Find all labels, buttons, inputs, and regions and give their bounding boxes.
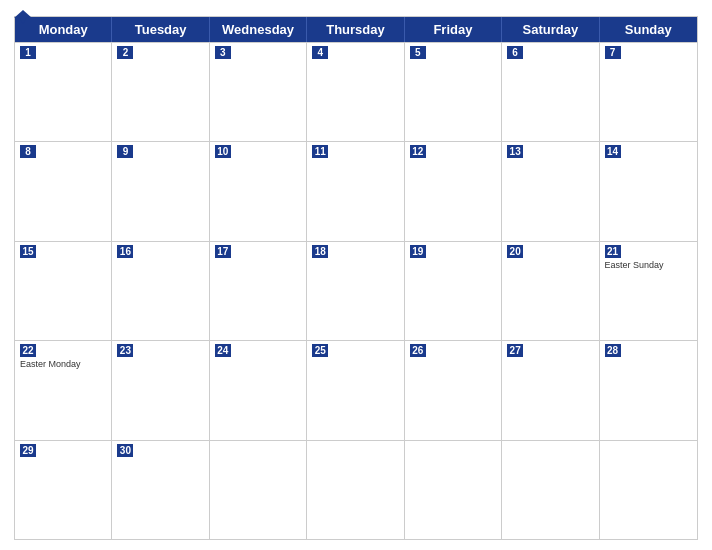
day-number: 13 bbox=[507, 145, 523, 158]
day-cell: 24 bbox=[210, 341, 307, 439]
day-cell: 16 bbox=[112, 242, 209, 340]
day-number: 11 bbox=[312, 145, 328, 158]
day-cell: 29 bbox=[15, 441, 112, 539]
day-header-thursday: Thursday bbox=[307, 17, 404, 42]
day-number: 14 bbox=[605, 145, 621, 158]
day-number: 29 bbox=[20, 444, 36, 457]
day-cell: 28 bbox=[600, 341, 697, 439]
week-row-2: 891011121314 bbox=[15, 141, 697, 240]
day-number: 27 bbox=[507, 344, 523, 357]
day-header-sunday: Sunday bbox=[600, 17, 697, 42]
day-cell: 20 bbox=[502, 242, 599, 340]
day-headers-row: MondayTuesdayWednesdayThursdayFridaySatu… bbox=[15, 17, 697, 42]
day-header-saturday: Saturday bbox=[502, 17, 599, 42]
day-cell: 10 bbox=[210, 142, 307, 240]
day-number: 10 bbox=[215, 145, 231, 158]
day-cell: 17 bbox=[210, 242, 307, 340]
logo-blue-text bbox=[14, 10, 33, 24]
day-cell: 13 bbox=[502, 142, 599, 240]
day-number: 6 bbox=[507, 46, 523, 59]
day-cell: 14 bbox=[600, 142, 697, 240]
day-cell: 8 bbox=[15, 142, 112, 240]
calendar-grid: MondayTuesdayWednesdayThursdayFridaySatu… bbox=[14, 16, 698, 540]
day-number: 18 bbox=[312, 245, 328, 258]
day-cell: 26 bbox=[405, 341, 502, 439]
day-number: 16 bbox=[117, 245, 133, 258]
day-cell: 15 bbox=[15, 242, 112, 340]
day-cell: 25 bbox=[307, 341, 404, 439]
day-cell: 6 bbox=[502, 43, 599, 141]
day-number: 15 bbox=[20, 245, 36, 258]
day-cell: 3 bbox=[210, 43, 307, 141]
weeks-container: 123456789101112131415161718192021Easter … bbox=[15, 42, 697, 539]
day-number: 23 bbox=[117, 344, 133, 357]
day-event: Easter Monday bbox=[20, 359, 106, 370]
day-cell: 23 bbox=[112, 341, 209, 439]
day-number: 4 bbox=[312, 46, 328, 59]
logo bbox=[14, 10, 33, 24]
day-cell: 22Easter Monday bbox=[15, 341, 112, 439]
calendar-page: MondayTuesdayWednesdayThursdayFridaySatu… bbox=[0, 0, 712, 550]
day-cell: 7 bbox=[600, 43, 697, 141]
day-cell: 11 bbox=[307, 142, 404, 240]
day-cell: 27 bbox=[502, 341, 599, 439]
day-header-wednesday: Wednesday bbox=[210, 17, 307, 42]
day-number: 5 bbox=[410, 46, 426, 59]
day-cell: 21Easter Sunday bbox=[600, 242, 697, 340]
logo-bird-icon bbox=[14, 10, 32, 24]
day-number: 9 bbox=[117, 145, 133, 158]
day-number: 22 bbox=[20, 344, 36, 357]
day-number: 30 bbox=[117, 444, 133, 457]
day-number: 24 bbox=[215, 344, 231, 357]
day-number: 1 bbox=[20, 46, 36, 59]
day-cell: 9 bbox=[112, 142, 209, 240]
day-number: 26 bbox=[410, 344, 426, 357]
day-header-tuesday: Tuesday bbox=[112, 17, 209, 42]
svg-marker-0 bbox=[14, 10, 32, 24]
day-cell: 18 bbox=[307, 242, 404, 340]
day-header-friday: Friday bbox=[405, 17, 502, 42]
day-number: 8 bbox=[20, 145, 36, 158]
day-number: 2 bbox=[117, 46, 133, 59]
week-row-3: 15161718192021Easter Sunday bbox=[15, 241, 697, 340]
day-number: 3 bbox=[215, 46, 231, 59]
week-row-4: 22Easter Monday232425262728 bbox=[15, 340, 697, 439]
day-number: 7 bbox=[605, 46, 621, 59]
day-number: 25 bbox=[312, 344, 328, 357]
day-cell bbox=[405, 441, 502, 539]
day-cell bbox=[600, 441, 697, 539]
day-cell: 4 bbox=[307, 43, 404, 141]
day-cell: 12 bbox=[405, 142, 502, 240]
week-row-1: 1234567 bbox=[15, 42, 697, 141]
day-cell: 5 bbox=[405, 43, 502, 141]
day-number: 28 bbox=[605, 344, 621, 357]
day-event: Easter Sunday bbox=[605, 260, 692, 271]
day-number: 21 bbox=[605, 245, 621, 258]
day-number: 12 bbox=[410, 145, 426, 158]
day-cell bbox=[210, 441, 307, 539]
day-cell bbox=[307, 441, 404, 539]
day-number: 19 bbox=[410, 245, 426, 258]
day-cell: 30 bbox=[112, 441, 209, 539]
day-number: 17 bbox=[215, 245, 231, 258]
week-row-5: 2930 bbox=[15, 440, 697, 539]
day-cell bbox=[502, 441, 599, 539]
day-cell: 1 bbox=[15, 43, 112, 141]
day-cell: 2 bbox=[112, 43, 209, 141]
day-cell: 19 bbox=[405, 242, 502, 340]
day-number: 20 bbox=[507, 245, 523, 258]
